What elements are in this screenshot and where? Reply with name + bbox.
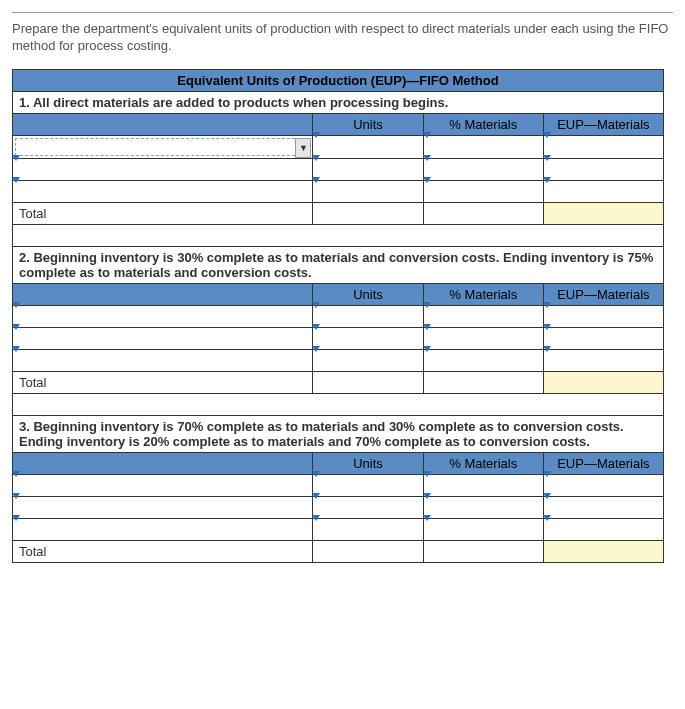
s3-total-eup	[543, 540, 663, 562]
s2-total-units	[313, 371, 423, 393]
s2-total-pct-blank	[423, 371, 543, 393]
s2-row2-eup[interactable]	[543, 327, 663, 349]
col-units: Units	[313, 283, 423, 305]
section-2-header: 2. Beginning inventory is 30% complete a…	[13, 246, 664, 283]
s1-total-label: Total	[13, 202, 313, 224]
s1-total-units	[313, 202, 423, 224]
s3-row1-pct[interactable]	[423, 474, 543, 496]
s1-row1-units[interactable]	[313, 135, 423, 158]
s3-row1-desc[interactable]	[13, 474, 313, 496]
top-divider	[12, 12, 673, 13]
s2-row1-pct[interactable]	[423, 305, 543, 327]
s2-row1-desc[interactable]	[13, 305, 313, 327]
s2-row3-desc[interactable]	[13, 349, 313, 371]
col-blank	[13, 283, 313, 305]
s1-row3-eup[interactable]	[543, 180, 663, 202]
s1-row1-desc[interactable]: ▼	[13, 135, 313, 158]
spacer	[13, 393, 664, 415]
col-blank	[13, 113, 313, 135]
table-title: Equivalent Units of Production (EUP)—FIF…	[13, 69, 664, 91]
col-pct-materials: % Materials	[423, 283, 543, 305]
s2-row1-eup[interactable]	[543, 305, 663, 327]
col-pct-materials: % Materials	[423, 113, 543, 135]
s2-row3-units[interactable]	[313, 349, 423, 371]
s1-row3-units[interactable]	[313, 180, 423, 202]
s1-row2-units[interactable]	[313, 158, 423, 180]
s3-row2-desc[interactable]	[13, 496, 313, 518]
s2-row2-desc[interactable]	[13, 327, 313, 349]
s3-total-label: Total	[13, 540, 313, 562]
chevron-down-icon[interactable]: ▼	[295, 138, 311, 158]
s3-row2-eup[interactable]	[543, 496, 663, 518]
eup-table: Equivalent Units of Production (EUP)—FIF…	[12, 69, 664, 563]
s1-row1-pct[interactable]	[423, 135, 543, 158]
s1-row1-eup[interactable]	[543, 135, 663, 158]
s3-row3-eup[interactable]	[543, 518, 663, 540]
col-blank	[13, 452, 313, 474]
s2-row1-units[interactable]	[313, 305, 423, 327]
col-units: Units	[313, 113, 423, 135]
section-1-header: 1. All direct materials are added to pro…	[13, 91, 664, 113]
s3-row2-units[interactable]	[313, 496, 423, 518]
s2-total-eup	[543, 371, 663, 393]
s1-total-eup	[543, 202, 663, 224]
s2-row3-pct[interactable]	[423, 349, 543, 371]
s3-row3-pct[interactable]	[423, 518, 543, 540]
instructions-text: Prepare the department's equivalent unit…	[12, 21, 673, 55]
s2-row3-eup[interactable]	[543, 349, 663, 371]
s3-total-units	[313, 540, 423, 562]
s3-row3-desc[interactable]	[13, 518, 313, 540]
s2-row2-pct[interactable]	[423, 327, 543, 349]
s3-row3-units[interactable]	[313, 518, 423, 540]
s1-total-pct-blank	[423, 202, 543, 224]
dropdown-field[interactable]: ▼	[15, 138, 310, 156]
s3-row1-units[interactable]	[313, 474, 423, 496]
s3-row2-pct[interactable]	[423, 496, 543, 518]
section-3-header: 3. Beginning inventory is 70% complete a…	[13, 415, 664, 452]
s1-row2-desc[interactable]	[13, 158, 313, 180]
s3-row1-eup[interactable]	[543, 474, 663, 496]
s2-total-label: Total	[13, 371, 313, 393]
s1-row2-pct[interactable]	[423, 158, 543, 180]
col-eup-materials: EUP—Materials	[543, 452, 663, 474]
s1-row2-eup[interactable]	[543, 158, 663, 180]
col-units: Units	[313, 452, 423, 474]
s1-row3-pct[interactable]	[423, 180, 543, 202]
s3-total-pct-blank	[423, 540, 543, 562]
col-pct-materials: % Materials	[423, 452, 543, 474]
col-eup-materials: EUP—Materials	[543, 113, 663, 135]
col-eup-materials: EUP—Materials	[543, 283, 663, 305]
s1-row3-desc[interactable]	[13, 180, 313, 202]
spacer	[13, 224, 664, 246]
s2-row2-units[interactable]	[313, 327, 423, 349]
